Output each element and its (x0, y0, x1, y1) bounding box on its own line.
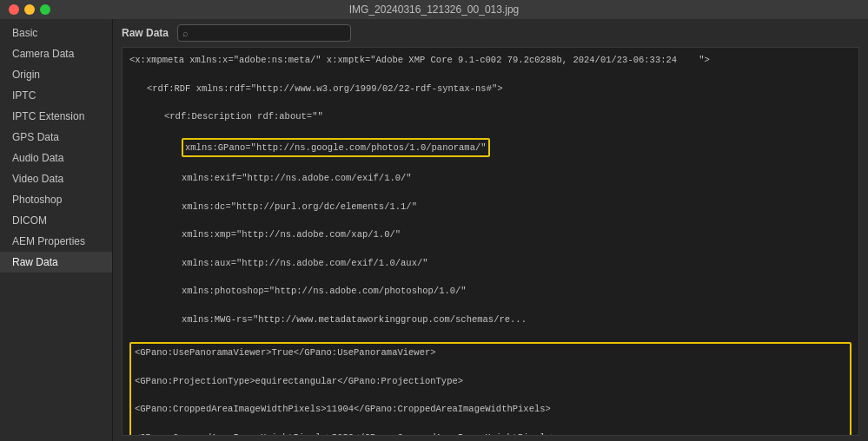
traffic-lights (9, 4, 50, 15)
sidebar-item-photoshop[interactable]: Photoshop (0, 189, 112, 210)
sidebar-item-camera-data[interactable]: Camera Data (0, 43, 112, 64)
raw-line-mwg: xmlns:MWG-rs="http://www.metadataworking… (129, 313, 851, 326)
sidebar-item-iptc[interactable]: IPTC (0, 85, 112, 106)
sidebar-item-origin[interactable]: Origin (0, 64, 112, 85)
close-button[interactable] (9, 4, 19, 15)
raw-line-3: <rdf:Description rdf:about="" (129, 109, 851, 123)
sidebar: Basic Camera Data Origin IPTC IPTC Exten… (0, 19, 113, 441)
title-bar: IMG_20240316_121326_00_013.jpg (0, 0, 868, 19)
raw-line-2: <rdf:RDF xmlns:rdf="http://www.w3.org/19… (129, 82, 851, 95)
search-wrapper: ⌕ (177, 24, 351, 42)
main-layout: Basic Camera Data Origin IPTC IPTC Exten… (0, 19, 868, 441)
raw-data-container[interactable]: <x:xmpmeta xmlns:x="adobe:ns:meta/" x:xm… (122, 47, 859, 436)
sidebar-item-basic[interactable]: Basic (0, 23, 112, 43)
raw-gpano-1: <GPano:UsePanoramaViewer>True</GPano:Use… (135, 346, 846, 359)
raw-gpano-4: <GPano:CroppedAreaImageHeightPixels>5952… (135, 431, 846, 436)
raw-line-aux: xmlns:aux="http://ns.adobe.com/exif/1.0/… (129, 256, 851, 270)
sidebar-item-gps-data[interactable]: GPS Data (0, 127, 112, 148)
sidebar-item-raw-data[interactable]: Raw Data (0, 252, 112, 273)
raw-line-exif: xmlns:exif="http://ns.adobe.com/exif/1.0… (129, 171, 851, 185)
raw-gpano-3: <GPano:CroppedAreaImageWidthPixels>11904… (135, 402, 846, 416)
raw-line-dc: xmlns:dc="http://purl.org/dc/elements/1.… (129, 200, 851, 214)
section-title: Raw Data (122, 27, 169, 39)
sidebar-item-dicom[interactable]: DICOM (0, 210, 112, 231)
sidebar-item-audio-data[interactable]: Audio Data (0, 148, 112, 168)
sidebar-item-iptc-extension[interactable]: IPTC Extension (0, 106, 112, 127)
minimize-button[interactable] (24, 4, 35, 15)
raw-line-xmp: xmlns:xmp="http://ns.adobe.com/xap/1.0/" (129, 227, 851, 241)
content-area: Raw Data ⌕ <x:xmpmeta xmlns:x="adobe:ns:… (113, 19, 868, 441)
search-icon: ⌕ (182, 28, 189, 38)
gpano-highlight: xmlns:GPano="http://ns.google.com/photos… (182, 138, 490, 157)
raw-line-highlight-gpano: xmlns:GPano="http://ns.google.com/photos… (129, 138, 851, 157)
sidebar-item-video-data[interactable]: Video Data (0, 168, 112, 189)
window-title: IMG_20240316_121326_00_013.jpg (349, 3, 520, 16)
gpano-block-highlight: <GPano:UsePanoramaViewer>True</GPano:Use… (129, 342, 851, 436)
search-input[interactable] (177, 24, 351, 42)
maximize-button[interactable] (40, 4, 50, 15)
raw-gpano-2: <GPano:ProjectionType>equirectangular</G… (135, 374, 846, 388)
raw-line-photoshop: xmlns:photoshop="http://ns.adobe.com/pho… (129, 284, 851, 298)
raw-line-1: <x:xmpmeta xmlns:x="adobe:ns:meta/" x:xm… (129, 53, 851, 67)
content-header: Raw Data ⌕ (122, 24, 859, 42)
sidebar-item-aem-properties[interactable]: AEM Properties (0, 231, 112, 252)
